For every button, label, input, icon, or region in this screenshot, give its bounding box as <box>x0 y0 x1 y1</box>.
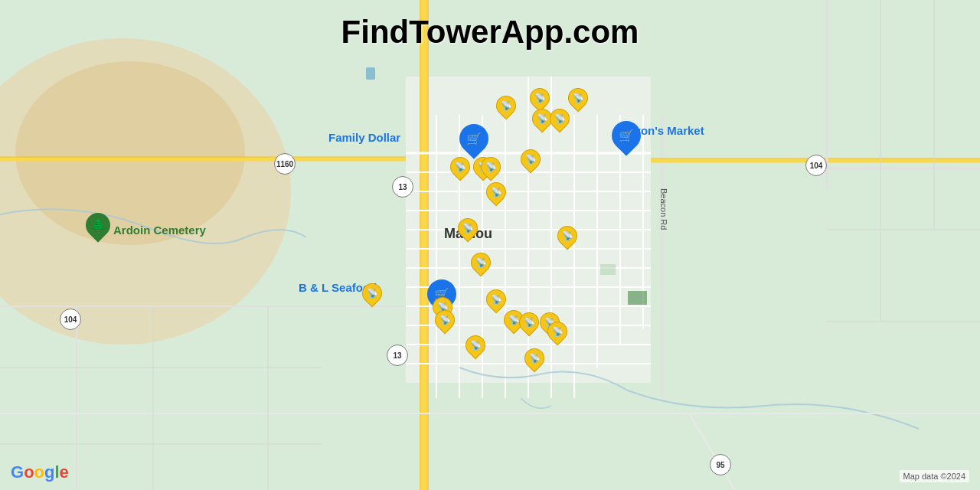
ardoin-cemetery-marker[interactable]: 🌲 <box>86 213 110 240</box>
tower-marker-21[interactable]: 📡 <box>466 335 485 358</box>
svg-rect-29 <box>366 67 375 80</box>
tower-marker-14[interactable]: 📡 <box>486 289 506 312</box>
route-13-north: 13 <box>392 176 413 198</box>
tower-marker-0[interactable]: 📡 <box>496 96 516 119</box>
tower-marker-2[interactable]: 📡 <box>568 88 588 111</box>
tower-marker-16[interactable]: 📡 <box>435 310 455 333</box>
svg-rect-31 <box>600 264 616 275</box>
map-data-label: Map data ©2024 <box>900 470 970 482</box>
tower-marker-4[interactable]: 📡 <box>550 109 570 132</box>
google-branding: G o o g l e <box>11 462 69 482</box>
tower-marker-13[interactable]: 📡 <box>362 283 382 306</box>
beacon-rd-label: Beacon Rd <box>659 188 668 230</box>
family-dollar-marker[interactable]: 🛒 <box>459 124 488 153</box>
svg-rect-5 <box>421 0 427 490</box>
tower-marker-11[interactable]: 📡 <box>557 226 577 249</box>
route-1160: 1160 <box>274 153 296 175</box>
lyons-market-marker[interactable]: 🛒 <box>612 121 641 150</box>
route-13-south: 13 <box>387 345 408 366</box>
svg-rect-30 <box>628 291 647 305</box>
tower-marker-20[interactable]: 📡 <box>547 322 567 345</box>
tower-marker-22[interactable]: 📡 <box>524 348 544 371</box>
tower-marker-10[interactable]: 📡 <box>458 218 478 241</box>
site-title: FindTowerApp.com <box>341 14 639 51</box>
route-95: 95 <box>710 454 731 475</box>
tower-marker-1[interactable]: 📡 <box>530 88 550 111</box>
tower-marker-6[interactable]: 📡 <box>450 157 470 180</box>
tower-marker-9[interactable]: 📡 <box>486 182 506 205</box>
svg-point-2 <box>15 61 245 245</box>
route-104-right: 104 <box>805 155 827 176</box>
tower-marker-5[interactable]: 📡 <box>521 149 541 172</box>
ardoin-cemetery-label: Ardoin Cemetery <box>113 224 206 237</box>
map-background <box>0 0 980 490</box>
family-dollar-label: Family Dollar <box>328 131 400 144</box>
tower-marker-8[interactable]: 📡 <box>481 157 501 180</box>
tower-marker-18[interactable]: 📡 <box>519 312 539 335</box>
route-104-left: 104 <box>60 309 81 330</box>
map-container: FindTowerApp.com Mamou Family Dollar Lyo… <box>0 0 980 490</box>
tower-marker-12[interactable]: 📡 <box>471 253 491 276</box>
